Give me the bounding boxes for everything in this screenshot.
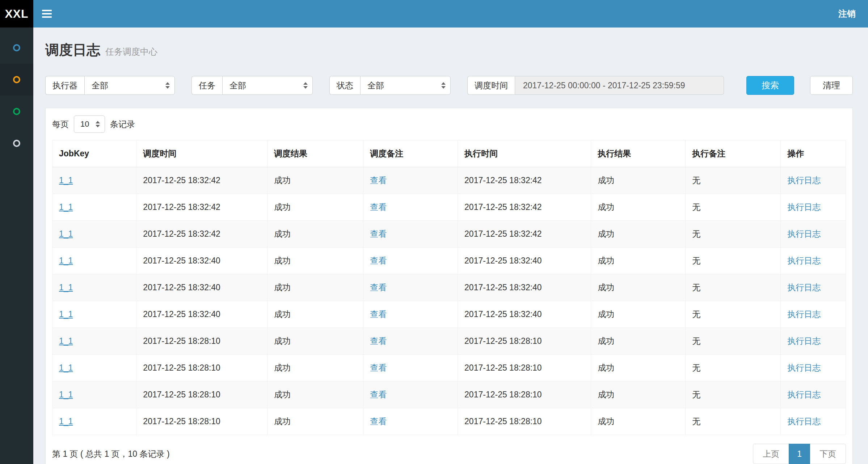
handle-result: 成功 <box>591 194 686 221</box>
trigger-time-range-input[interactable]: 2017-12-25 00:00:00 - 2017-12-25 23:59:5… <box>515 76 724 95</box>
trigger-msg-link[interactable]: 查看 <box>370 417 387 426</box>
logout-link[interactable]: 注销 <box>838 8 856 20</box>
trigger-msg-link[interactable]: 查看 <box>370 390 387 399</box>
exec-log-link[interactable]: 执行日志 <box>787 336 821 346</box>
jobkey-link[interactable]: 1_1 <box>59 283 73 292</box>
jobkey-link[interactable]: 1_1 <box>59 309 73 319</box>
nav-item-3[interactable] <box>0 96 33 127</box>
app-logo: XXL <box>0 0 33 28</box>
jobkey-link[interactable]: 1_1 <box>59 390 73 399</box>
exec-log-link[interactable]: 执行日志 <box>787 202 821 212</box>
job-label: 任务 <box>191 76 222 95</box>
exec-log-link[interactable]: 执行日志 <box>787 256 821 265</box>
time-label: 调度时间 <box>467 76 515 95</box>
handle-result: 成功 <box>591 355 686 381</box>
sidebar-nav <box>0 28 33 464</box>
search-button[interactable]: 搜索 <box>746 76 794 95</box>
job-select[interactable]: 全部 <box>222 76 313 95</box>
page-size-bar: 每页 10 条记录 <box>52 115 846 134</box>
handle-msg: 无 <box>686 381 781 408</box>
trigger-result: 成功 <box>267 381 363 408</box>
handle-msg: 无 <box>686 301 781 328</box>
circle-icon <box>13 108 20 115</box>
page-title: 调度日志 <box>45 42 100 58</box>
table-row: 1_12017-12-25 18:28:10成功查看2017-12-25 18:… <box>52 408 846 435</box>
handle-msg: 无 <box>686 274 781 301</box>
exec-log-link[interactable]: 执行日志 <box>787 390 821 399</box>
handle-result: 成功 <box>591 301 686 328</box>
handle-result: 成功 <box>591 328 686 355</box>
nav-item-1[interactable] <box>0 32 33 64</box>
executor-label: 执行器 <box>45 76 84 95</box>
trigger-msg-link[interactable]: 查看 <box>370 309 387 319</box>
page-size-prefix: 每页 <box>52 119 69 130</box>
trigger-time-range-value: 2017-12-25 00:00:00 - 2017-12-25 23:59:5… <box>523 81 685 90</box>
exec-log-link[interactable]: 执行日志 <box>787 417 821 426</box>
exec-log-link[interactable]: 执行日志 <box>787 309 821 319</box>
select-stepper-icon <box>303 82 308 89</box>
top-navbar: XXL 注销 <box>0 0 868 28</box>
status-select-value: 全部 <box>367 80 384 91</box>
exec-log-link[interactable]: 执行日志 <box>787 229 821 239</box>
pagination-info: 第 1 页 ( 总共 1 页，10 条记录 ) <box>52 448 170 460</box>
jobkey-link[interactable]: 1_1 <box>59 363 73 372</box>
select-stepper-icon <box>441 82 446 89</box>
status-select[interactable]: 全部 <box>360 76 451 95</box>
trigger-msg-link[interactable]: 查看 <box>370 283 387 292</box>
circle-icon <box>13 44 20 51</box>
handle-msg: 无 <box>686 328 781 355</box>
trigger-msg-link[interactable]: 查看 <box>370 229 387 239</box>
table-row: 1_12017-12-25 18:28:10成功查看2017-12-25 18:… <box>52 355 846 381</box>
trigger-result: 成功 <box>267 248 363 274</box>
trigger-msg-link[interactable]: 查看 <box>370 176 387 185</box>
trigger-result: 成功 <box>267 328 363 355</box>
page-size-select[interactable]: 10 <box>74 115 105 133</box>
column-header: 执行备注 <box>686 140 781 167</box>
exec-log-link[interactable]: 执行日志 <box>787 363 821 372</box>
nav-item-2[interactable] <box>0 64 33 96</box>
jobkey-link[interactable]: 1_1 <box>59 417 73 426</box>
job-filter-group: 任务 全部 <box>191 76 313 95</box>
trigger-result: 成功 <box>267 274 363 301</box>
trigger-msg-link[interactable]: 查看 <box>370 202 387 212</box>
table-row: 1_12017-12-25 18:32:42成功查看2017-12-25 18:… <box>52 194 846 221</box>
nav-item-4[interactable] <box>0 127 33 159</box>
executor-select-value: 全部 <box>92 80 108 91</box>
trigger-result: 成功 <box>267 355 363 381</box>
handle-result: 成功 <box>591 408 686 435</box>
exec-log-link[interactable]: 执行日志 <box>787 176 821 185</box>
select-stepper-icon <box>165 82 170 89</box>
table-header-row: JobKey调度时间调度结果调度备注执行时间执行结果执行备注操作 <box>52 140 846 167</box>
sidebar-toggle-button[interactable] <box>33 0 60 28</box>
trigger-result: 成功 <box>267 167 363 194</box>
jobkey-link[interactable]: 1_1 <box>59 202 73 212</box>
prev-page-button[interactable]: 上页 <box>753 444 789 464</box>
jobkey-link[interactable]: 1_1 <box>59 256 73 265</box>
job-select-value: 全部 <box>229 80 246 91</box>
clear-button[interactable]: 清理 <box>810 76 853 95</box>
handle-msg: 无 <box>686 167 781 194</box>
table-footer: 第 1 页 ( 总共 1 页，10 条记录 ) 上页 1 下页 <box>52 435 846 464</box>
handle-result: 成功 <box>591 167 686 194</box>
table-row: 1_12017-12-25 18:28:10成功查看2017-12-25 18:… <box>52 328 846 355</box>
log-table: JobKey调度时间调度结果调度备注执行时间执行结果执行备注操作 1_12017… <box>52 140 846 435</box>
status-label: 状态 <box>329 76 360 95</box>
executor-select[interactable]: 全部 <box>84 76 175 95</box>
trigger-msg-link[interactable]: 查看 <box>370 363 387 372</box>
exec-log-link[interactable]: 执行日志 <box>787 283 821 292</box>
column-header: 操作 <box>781 140 846 167</box>
handle-msg: 无 <box>686 221 781 248</box>
hamburger-icon <box>42 8 52 20</box>
trigger-msg-link[interactable]: 查看 <box>370 336 387 346</box>
page-1-button[interactable]: 1 <box>789 444 810 464</box>
jobkey-link[interactable]: 1_1 <box>59 336 73 346</box>
page-size-value: 10 <box>80 119 89 129</box>
jobkey-link[interactable]: 1_1 <box>59 176 73 185</box>
trigger-msg-link[interactable]: 查看 <box>370 256 387 265</box>
page-size-suffix: 条记录 <box>110 119 135 130</box>
page-header: 调度日志任务调度中心 <box>33 28 868 62</box>
jobkey-link[interactable]: 1_1 <box>59 229 73 239</box>
column-header: 调度备注 <box>363 140 458 167</box>
next-page-button[interactable]: 下页 <box>810 444 846 464</box>
pagination: 上页 1 下页 <box>753 444 846 464</box>
